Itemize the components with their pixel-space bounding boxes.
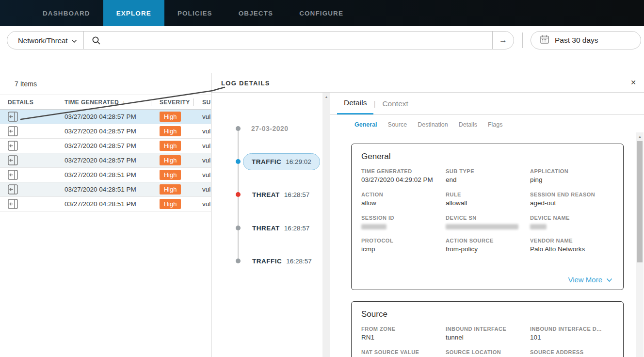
- field-vendor-name: VENDOR NAME Palo Alto Networks: [530, 238, 613, 253]
- open-log-details-icon[interactable]: [8, 170, 18, 180]
- nav-dashboard[interactable]: DASHBOARD: [30, 0, 103, 26]
- search-bar: Network/Threat →: [7, 31, 514, 49]
- redacted-value: [530, 224, 547, 229]
- row-time: 03/27/2020 04:28:57 PM: [56, 113, 151, 120]
- scroll-up-icon[interactable]: ▲: [322, 93, 330, 100]
- nav-configure[interactable]: CONFIGURE: [286, 0, 356, 26]
- field-device-sn: DEVICE SN: [446, 215, 530, 229]
- nav-policies[interactable]: POLICIES: [164, 0, 225, 26]
- table-header: DETAILS TIME GENERATED ↓ SEVERITY SU: [0, 95, 211, 110]
- log-details-content: Details | Context General Source Destina…: [330, 93, 644, 357]
- severity-badge: High: [160, 199, 181, 209]
- row-time: 03/27/2020 04:28:51 PM: [56, 186, 151, 193]
- open-log-details-icon[interactable]: [8, 155, 18, 166]
- timeline-entry-threat[interactable]: THREAT 16:28:57: [211, 219, 322, 237]
- field-action-source: ACTION SOURCE from-policy: [446, 238, 530, 253]
- field-session-end-reason: SESSION END REASON aged-out: [530, 192, 613, 207]
- log-details-title: LOG DETAILS: [221, 80, 270, 87]
- row-time: 03/27/2020 04:28:57 PM: [56, 157, 151, 164]
- open-log-details-icon[interactable]: [8, 199, 18, 210]
- source-fields: FROM ZONE RN1 INBOUND INTERFACE tunnel I…: [352, 319, 623, 357]
- severity-badge: High: [160, 141, 181, 151]
- severity-badge: High: [160, 184, 181, 195]
- arrow-right-icon: →: [499, 35, 507, 45]
- time-range-selector[interactable]: Past 30 days: [531, 31, 641, 49]
- open-log-details-icon[interactable]: [8, 184, 18, 195]
- section-link-source[interactable]: Source: [388, 121, 407, 128]
- table-row[interactable]: 03/27/2020 04:28:57 PM High vul: [0, 153, 211, 168]
- timeline-selected-pill: TRAFFIC 16:29:02: [243, 153, 320, 170]
- field-application: APPLICATION ping: [530, 168, 613, 183]
- section-nav: General Source Destination Details Flags: [354, 121, 503, 128]
- section-link-general[interactable]: General: [354, 121, 377, 128]
- field-protocol: PROTOCOL icmp: [361, 238, 446, 253]
- timeline-scrollbar[interactable]: ▲: [322, 93, 330, 357]
- timeline-date-dot: [236, 126, 241, 131]
- close-icon[interactable]: ✕: [630, 79, 636, 86]
- field-source-address: SOURCE ADDRESS: [530, 349, 613, 357]
- row-subtype: vul: [193, 113, 211, 120]
- time-range-label: Past 30 days: [555, 36, 598, 45]
- tab-details[interactable]: Details: [337, 93, 373, 114]
- open-log-details-icon[interactable]: [8, 126, 18, 137]
- timeline-entry-threat[interactable]: THREAT 16:28:57: [211, 186, 322, 203]
- timeline-dot-gray: [236, 259, 241, 263]
- table-row[interactable]: 03/27/2020 04:28:51 PM High vul: [0, 197, 211, 211]
- row-time: 03/27/2020 04:28:57 PM: [56, 128, 151, 135]
- search-submit-button[interactable]: →: [492, 32, 514, 49]
- nav-explore[interactable]: EXPLORE: [103, 0, 164, 26]
- table-row[interactable]: 03/27/2020 04:28:57 PM High vul: [0, 124, 211, 139]
- details-tabs: Details | Context: [330, 93, 644, 115]
- section-link-flags[interactable]: Flags: [488, 121, 503, 128]
- timeline-dot-blue: [236, 159, 241, 164]
- scroll-up-icon[interactable]: ▲: [636, 132, 644, 140]
- view-more-link[interactable]: View More: [568, 276, 612, 284]
- timeline-entry-traffic-selected[interactable]: TRAFFIC 16:29:02: [211, 153, 322, 170]
- row-subtype: vul: [193, 200, 211, 208]
- search-input[interactable]: [101, 32, 492, 49]
- field-inbound-interface-d: INBOUND INTERFACE D... 101: [530, 326, 613, 341]
- results-table: 7 Items DETAILS TIME GENERATED ↓ SEVERIT…: [0, 73, 211, 357]
- field-from-zone: FROM ZONE RN1: [361, 326, 446, 341]
- field-time-generated: TIME GENERATED 03/27/2020 04:29:02 PM: [361, 168, 446, 183]
- timeline-entry-traffic[interactable]: TRAFFIC 16:28:57: [211, 252, 322, 270]
- row-time: 03/27/2020 04:28:51 PM: [56, 200, 151, 208]
- tab-context[interactable]: Context: [375, 93, 415, 114]
- table-row[interactable]: 03/27/2020 04:28:57 PM High vul: [0, 110, 211, 124]
- nav-objects[interactable]: OBJECTS: [225, 0, 286, 26]
- search-scope-label: Network/Threat: [18, 36, 68, 45]
- general-fields: TIME GENERATED 03/27/2020 04:29:02 PM SU…: [352, 162, 623, 253]
- scrollbar-thumb[interactable]: [637, 141, 643, 262]
- column-header-subtype[interactable]: SU: [193, 95, 211, 109]
- table-body: 03/27/2020 04:28:57 PM High vul 03/27/20…: [0, 110, 211, 211]
- top-nav: DASHBOARD EXPLORE POLICIES OBJECTS CONFI…: [0, 0, 644, 26]
- column-header-time-generated[interactable]: TIME GENERATED ↓: [56, 95, 151, 109]
- log-details-panel: LOG DETAILS ✕ 27-03-2020 TRAFFIC 16:29:0…: [211, 73, 644, 357]
- severity-badge: High: [160, 170, 181, 180]
- source-card: Source FROM ZONE RN1 INBOUND INTERFACE t…: [351, 301, 624, 357]
- severity-badge: High: [160, 155, 181, 165]
- table-row[interactable]: 03/27/2020 04:28:57 PM High vul: [0, 139, 211, 153]
- field-device-name: DEVICE NAME: [530, 215, 613, 229]
- section-link-destination[interactable]: Destination: [418, 121, 448, 128]
- log-timeline: 27-03-2020 TRAFFIC 16:29:02 THREAT 16:28…: [211, 93, 330, 357]
- section-link-details[interactable]: Details: [459, 121, 477, 128]
- table-row[interactable]: 03/27/2020 04:28:51 PM High vul: [0, 182, 211, 197]
- column-header-details[interactable]: DETAILS: [0, 95, 56, 109]
- open-log-details-icon[interactable]: [8, 112, 18, 122]
- row-time: 03/27/2020 04:28:51 PM: [56, 171, 151, 178]
- log-details-header: LOG DETAILS ✕: [211, 73, 644, 93]
- row-subtype: vul: [193, 171, 211, 178]
- field-source-location: SOURCE LOCATION: [446, 349, 530, 357]
- details-scrollbar[interactable]: ▲: [636, 132, 644, 357]
- field-inbound-interface: INBOUND INTERFACE tunnel: [446, 326, 530, 341]
- search-scope-dropdown[interactable]: Network/Threat: [7, 32, 84, 49]
- column-header-severity[interactable]: SEVERITY: [151, 95, 193, 109]
- row-subtype: vul: [193, 157, 211, 164]
- items-count: 7 Items: [0, 73, 211, 95]
- row-time: 03/27/2020 04:28:57 PM: [56, 142, 151, 149]
- table-row[interactable]: 03/27/2020 04:28:51 PM High vul: [0, 168, 211, 182]
- redacted-value: [446, 224, 518, 229]
- open-log-details-icon[interactable]: [8, 141, 18, 151]
- sort-desc-icon[interactable]: ↓: [122, 98, 126, 106]
